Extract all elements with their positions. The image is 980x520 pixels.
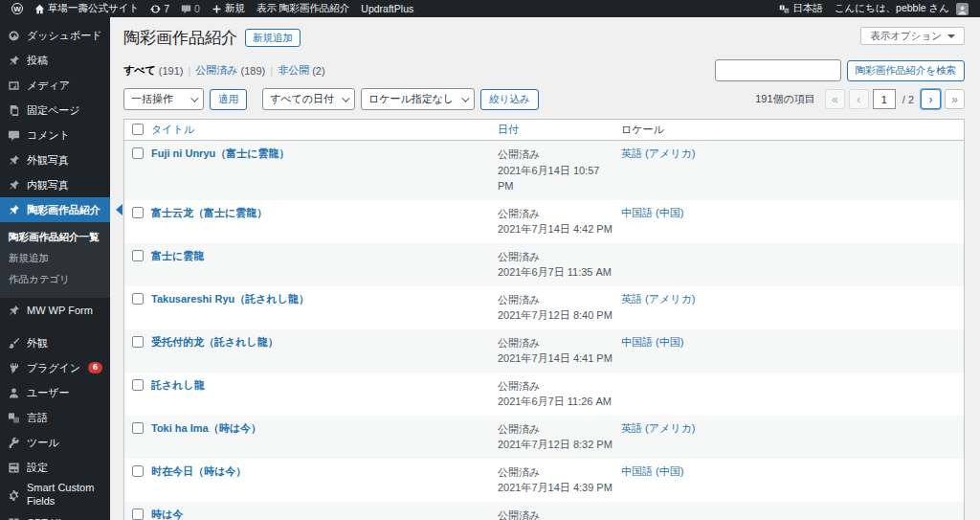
row-title-link[interactable]: Takusareshi Ryu（託されし龍）: [151, 293, 309, 305]
prev-page-button: ‹: [849, 89, 869, 109]
sidebar-item-pages[interactable]: 固定ページ: [0, 98, 110, 123]
select-all-checkbox[interactable]: [132, 124, 144, 135]
row-locale-link[interactable]: 中国語 (中国): [621, 336, 683, 348]
view-all[interactable]: すべて (191): [123, 63, 183, 78]
row-locale-link[interactable]: 英語 (アメリカ): [621, 422, 695, 434]
sidebar-item-cpt-ui[interactable]: CPT UI: [0, 510, 110, 520]
chevron-down-icon: [342, 94, 349, 102]
row-checkbox[interactable]: [132, 422, 144, 434]
site-name-link[interactable]: 草場一壽公式サイト: [29, 0, 145, 17]
column-header-date[interactable]: 日付: [498, 124, 519, 135]
row-locale-link[interactable]: 英語 (アメリカ): [621, 293, 695, 305]
row-title-link[interactable]: 受托付的龙（託されし龍）: [151, 336, 278, 348]
row-checkbox[interactable]: [132, 147, 144, 159]
greeting-text: こんにちは、pebble さん: [835, 2, 949, 15]
view-published-count: (189): [241, 65, 266, 77]
my-account-link[interactable]: こんにちは、pebble さん: [829, 2, 974, 15]
row-status: 公開済み: [498, 335, 613, 351]
row-title-link[interactable]: 託されし龍: [151, 379, 205, 391]
posts-list-table: タイトル 日付 ロケール Fuji ni Unryu（富士に雲龍） 公開済み 2…: [123, 119, 965, 520]
bulk-actions-toolbar: 一括操作 適用 すべての日付 ロケール指定なし 絞り込み: [123, 88, 539, 110]
row-locale-link[interactable]: 英語 (アメリカ): [621, 147, 695, 159]
view-post-type-label: 表示 陶彩画作品紹介: [256, 2, 349, 15]
sidebar-item-interior-photos[interactable]: 内観写真: [0, 172, 110, 197]
comments-count: 0: [194, 3, 200, 14]
row-checkbox[interactable]: [132, 379, 144, 391]
add-new-button[interactable]: 新規追加: [245, 29, 301, 47]
row-locale-link[interactable]: 中国語 (中国): [621, 465, 683, 477]
row-title-link[interactable]: 富士に雲龍: [151, 250, 204, 261]
row-checkbox[interactable]: [132, 509, 144, 520]
sidebar-item-users[interactable]: ユーザー: [0, 380, 110, 405]
pin-icon: [8, 305, 20, 317]
sidebar-item-label: ツール: [27, 436, 59, 450]
row-checkbox[interactable]: [132, 336, 144, 348]
user-avatar: [956, 3, 969, 15]
row-title-link[interactable]: 時は今: [151, 509, 183, 520]
row-title-link[interactable]: Fuji ni Unryu（富士に雲龍）: [151, 147, 289, 159]
view-all-label: すべて: [123, 63, 156, 78]
row-status: 公開済み: [498, 464, 613, 481]
sidebar-item-tosaiga-works[interactable]: 陶彩画作品紹介: [0, 197, 110, 222]
sidebar-item-appearance[interactable]: 外観: [0, 330, 110, 355]
updraftplus-menu[interactable]: UpdraftPlus: [355, 0, 419, 17]
sidebar-item-posts[interactable]: 投稿: [0, 48, 110, 73]
submenu-item-works-list[interactable]: 陶彩画作品紹介一覧: [0, 227, 110, 248]
screen-options-button[interactable]: 表示オプション: [860, 27, 965, 45]
sidebar-item-dashboard[interactable]: ダッシュボード: [0, 23, 110, 48]
row-locale-link[interactable]: 中国語 (中国): [621, 207, 683, 218]
row-status: 公開済み: [498, 147, 613, 163]
sidebar-item-media[interactable]: メディア: [0, 73, 110, 98]
view-separator: |: [188, 65, 190, 77]
date-filter-select[interactable]: すべての日付: [262, 88, 355, 110]
last-page-button[interactable]: »: [945, 89, 965, 109]
apply-button[interactable]: 適用: [210, 89, 247, 110]
new-content-link[interactable]: 新規: [206, 0, 251, 17]
submenu-item-add-new[interactable]: 新規追加: [0, 248, 110, 269]
table-row: 託されし龍 公開済み 2021年6月7日 11:26 AM: [124, 373, 964, 416]
row-date: 2021年7月12日 8:40 PM: [498, 307, 613, 324]
row-checkbox[interactable]: [132, 250, 144, 261]
view-post-type-link[interactable]: 表示 陶彩画作品紹介: [251, 0, 355, 17]
current-page-input[interactable]: 1: [873, 89, 896, 109]
row-status: 公開済み: [498, 508, 613, 520]
row-title-link[interactable]: 时在今日（時は今）: [151, 465, 246, 477]
sidebar-item-comments[interactable]: コメント: [0, 123, 110, 147]
view-published[interactable]: 公開済み (189): [195, 63, 265, 78]
next-page-button[interactable]: ›: [921, 89, 941, 109]
search-input[interactable]: [715, 59, 841, 81]
admin-language-switcher[interactable]: 日本語: [773, 2, 829, 15]
submenu-item-work-categories[interactable]: 作品カテゴリ: [0, 269, 110, 290]
row-checkbox[interactable]: [132, 293, 144, 305]
column-header-locale: ロケール: [621, 123, 964, 137]
view-private-count: (2): [312, 65, 324, 77]
row-date: 2021年7月14日 4:39 PM: [498, 480, 613, 496]
row-title-link[interactable]: 富士云龙（富士に雲龍）: [151, 207, 267, 218]
tools-wrench-icon: [8, 437, 20, 449]
filter-button[interactable]: 絞り込み: [480, 89, 539, 110]
updates-link[interactable]: 7: [145, 0, 175, 17]
sidebar-item-tools[interactable]: ツール: [0, 430, 110, 455]
main-content: 陶彩画作品紹介 新規追加 表示オプション すべて (191) | 公開済み (1…: [110, 17, 980, 520]
bulk-actions-select[interactable]: 一括操作: [123, 88, 204, 110]
row-checkbox[interactable]: [132, 465, 144, 477]
row-date: 2021年7月14日 4:41 PM: [498, 350, 613, 367]
row-title-link[interactable]: Toki ha Ima（時は今）: [151, 422, 261, 434]
comments-link[interactable]: 0: [175, 0, 206, 17]
view-private[interactable]: 非公開 (2): [278, 63, 324, 78]
sidebar-item-smart-custom-fields[interactable]: Smart Custom Fields: [0, 480, 110, 510]
updates-count: 7: [164, 3, 169, 14]
search-submit-button[interactable]: 陶彩画作品紹介を検索: [847, 60, 965, 81]
sidebar-item-languages[interactable]: 言語: [0, 405, 110, 430]
sidebar-item-label: 固定ページ: [27, 103, 80, 118]
sidebar-item-plugins[interactable]: プラグイン 6: [0, 355, 110, 380]
sidebar-item-mw-wp-form[interactable]: MW WP Form: [0, 298, 110, 323]
admin-sidebar: ダッシュボード 投稿 メディア 固定ページ コメント 外観写真 内観写真: [0, 17, 110, 520]
sidebar-item-settings[interactable]: 設定: [0, 455, 110, 480]
sidebar-item-exterior-photos[interactable]: 外観写真: [0, 147, 110, 172]
column-header-title[interactable]: タイトル: [151, 124, 194, 135]
row-date: 2021年7月12日 8:32 PM: [498, 437, 613, 453]
locale-filter-select[interactable]: ロケール指定なし: [361, 88, 475, 110]
row-checkbox[interactable]: [132, 207, 144, 218]
wp-logo-menu[interactable]: W: [6, 0, 29, 17]
